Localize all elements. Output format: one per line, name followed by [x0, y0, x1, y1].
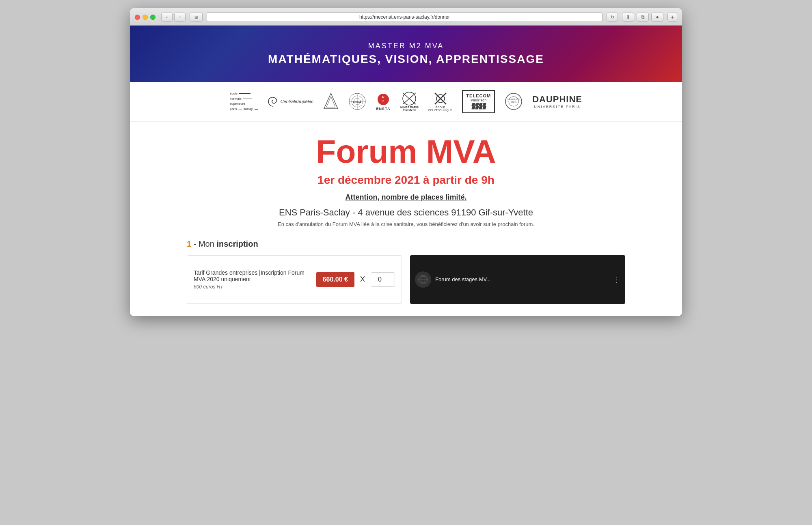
video-circle-icon [418, 275, 428, 284]
svg-text:ENSAE: ENSAE [353, 101, 362, 103]
video-placeholder: Forum des stages MV... ⋮ [410, 255, 625, 304]
nav-buttons: ‹ › [161, 13, 186, 22]
url-text: https://mecenat.ens-paris-saclay.fr/donn… [359, 14, 450, 20]
attention-text: Attention, nombre de places limité. [187, 193, 625, 202]
tarif-card: Tarif Grandes entreprises |Inscription F… [187, 255, 402, 304]
browser-window: ‹ › ⊞ https://mecenat.ens-paris-saclay.f… [130, 8, 682, 316]
centralesupelec-label: CentraleSupélec [281, 99, 313, 104]
traffic-light-green[interactable] [150, 15, 155, 20]
svg-text:D: D [382, 95, 384, 98]
forum-note: En cas d'annulation du Forum MVA liée à … [187, 221, 625, 227]
svg-marker-0 [324, 93, 338, 109]
tarif-name: Tarif Grandes entreprises |Inscription F… [194, 269, 311, 282]
reload-button[interactable]: ↻ [607, 13, 618, 22]
logo-mines: MINES PARISParisTech [400, 91, 419, 112]
svg-text:UNIVERSITÉ: UNIVERSITÉ [508, 98, 520, 101]
header-subtitle: MASTER M2 MVA [138, 42, 674, 50]
browser-titlebar: ‹ › ⊞ https://mecenat.ens-paris-saclay.f… [130, 8, 682, 26]
profile-button[interactable]: ● [651, 13, 663, 22]
logo-ensae: ENSAE [348, 93, 366, 110]
share-button[interactable]: ⬆ [622, 13, 634, 22]
logo-ensta: D P ENSTA [376, 92, 391, 111]
header-title: MATHÉMATIQUES, VISION, APPRENTISSAGE [138, 53, 674, 66]
main-content: Forum MVA 1er décembre 2021 à partir de … [162, 122, 650, 316]
svg-marker-1 [326, 97, 335, 107]
back-button[interactable]: ‹ [161, 13, 173, 22]
address-bar[interactable]: https://mecenat.ens-paris-saclay.fr/donn… [207, 12, 603, 22]
centralesupelec-icon [268, 95, 279, 108]
logo-centralesupelec: CentraleSupélec [268, 95, 313, 108]
video-logo [415, 271, 431, 288]
header-banner: MASTER M2 MVA MATHÉMATIQUES, VISION, APP… [130, 26, 682, 82]
logo-ponts: École des Ponts [323, 93, 339, 110]
logo-dauphine: DAUPHINE UNIVERSITÉ PARIS [532, 94, 582, 109]
quantity-input[interactable] [371, 272, 395, 287]
price-button[interactable]: 660.00 € [316, 272, 354, 287]
multiplier-label: X [360, 275, 365, 284]
forum-title: Forum MVA [187, 134, 625, 170]
logo-ens: école normale supérieure paris — saclay [230, 91, 258, 112]
tarif-info: Tarif Grandes entreprises |Inscription F… [194, 269, 311, 290]
traffic-light-yellow[interactable] [143, 15, 148, 20]
duplicate-button[interactable]: ⧉ [637, 13, 649, 22]
registration-grid: Tarif Grandes entreprises |Inscription F… [187, 255, 625, 304]
page-content: MASTER M2 MVA MATHÉMATIQUES, VISION, APP… [130, 26, 682, 316]
logos-bar: école normale supérieure paris — saclay … [130, 82, 682, 122]
forum-date: 1er décembre 2021 à partir de 9h [187, 174, 625, 187]
svg-text:PARIS: PARIS [511, 101, 517, 103]
tarif-ht: 600 euros HT [194, 284, 311, 290]
traffic-light-red[interactable] [135, 15, 140, 20]
logo-telecom: TELECOM ParisTech ⬛⬛⬛⬛⬛⬛⬛⬛ [462, 90, 495, 113]
traffic-lights [135, 15, 155, 20]
tab-view-button[interactable]: ⊞ [190, 13, 203, 22]
video-menu-button[interactable]: ⋮ [613, 275, 620, 284]
section-title: 1 - Mon inscription [187, 239, 625, 249]
video-title: Forum des stages MV... [435, 276, 609, 282]
logo-polytechnique: ÉCOLEPOLYTECHNIQUE [428, 91, 452, 112]
new-tab-button[interactable]: + [667, 13, 677, 22]
forward-button[interactable]: › [174, 13, 186, 22]
forum-location: ENS Paris-Saclay - 4 avenue des sciences… [187, 207, 625, 218]
browser-actions: ⬆ ⧉ ● [622, 13, 663, 22]
logo-paris-descartes: UNIVERSITÉ PARIS [505, 93, 523, 110]
